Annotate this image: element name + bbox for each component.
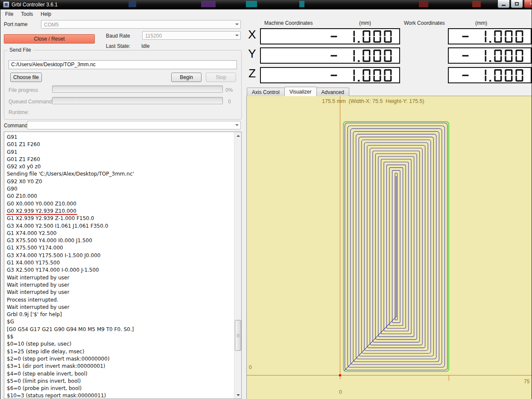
log-line: G3 X4.000 Y2.500 I1.061 J1.061 F350.0 [7,223,234,230]
scroll-thumb[interactable] [235,320,241,351]
log-line: G1 X2.939 Y2.939 Z-1.000 F150.0 [7,215,234,222]
menu-item[interactable]: Tools [17,10,37,18]
tab-axis-control[interactable]: Axis Control [247,88,285,96]
queued-commands-label: Queued Commands [9,99,54,105]
log-line: G91 [7,149,234,156]
close-icon: ✕ [529,1,532,7]
minimize-button[interactable] [497,0,510,8]
log-line: $0=10 (step pulse, usec) [7,340,234,348]
visualizer-dimensions: 175.5 mm (Width-X: 75.5 Height-Y: 175.5) [322,98,424,104]
menu-item[interactable]: File [1,10,17,18]
begin-button[interactable]: Begin [171,73,202,82]
log-line: $5=0 (limit pins invert, bool) [7,378,234,385]
titlebar-artifact [201,1,216,7]
log-lines: G91G01 Z1 F260G91G01 Z1 F260G92 x0 y0 z0… [7,134,234,399]
last-state-label: Last State: [106,43,130,49]
visualizer-canvas[interactable] [247,96,532,399]
log-line: G0 X2.939 Y2.939 Z10.000 [7,208,234,215]
command-combobox[interactable] [27,121,241,129]
menu-item[interactable]: Help [37,10,55,18]
scroll-up-button[interactable] [234,132,242,139]
log-line: Grbl 0.9j ['$' for help] [7,311,234,318]
log-line: G01 Z1 F260 [7,156,234,163]
titlebar-artifact [419,1,428,7]
command-label: Command [4,123,27,129]
log-line: Wait interrupted by user [7,282,234,289]
maximize-button[interactable] [511,0,523,8]
baud-rate-label: Baud Rate [106,33,130,39]
log-scrollbar[interactable] [234,132,241,399]
send-file-group: Send File C:/Users/Alex/Desktop/TOP_3mm.… [4,50,242,120]
chevron-down-icon[interactable] [233,32,240,39]
log-line: $6=0 (probe pin invert, bool) [7,385,234,392]
tab-visualizer[interactable]: Visualizer [284,87,317,96]
log-line: $10=3 (status report mask:00000011) [7,392,234,399]
chevron-down-icon[interactable] [233,121,240,129]
control-panel: Port name COM5 Close / Reset Baud Rate 1… [0,18,244,399]
scroll-down-button[interactable] [234,391,242,399]
log-line: G3 X2.500 Y174.000 I-0.000 J-1.500 [7,267,234,274]
visualizer-pane: 175.5 mm (Width-X: 75.5 Height-Y: 175.5)… [246,96,532,399]
log-line: Wait interrupted by user [7,289,234,296]
log-line: Sending file 'C:/Users/Alex/Desktop/TOP_… [7,170,234,178]
app-icon [3,1,9,8]
log-output[interactable]: G91G01 Z1 F260G91G01 Z1 F260G92 x0 y0 z0… [4,132,242,399]
file-progress-bar [52,85,223,93]
maximize-icon [515,2,519,6]
machine-coordinates-label: Machine Coordinates [264,20,313,26]
titlebar-artifact [129,1,136,7]
log-line: G3 X74.000 Y175.500 I-1.500 J0.000 [7,252,234,259]
axis-origin-x-label: 0 [339,389,342,395]
stop-button[interactable]: Stop [206,73,236,82]
log-line: G01 Z1 F260 [7,141,234,148]
queued-commands-value: 0 [228,99,231,105]
log-line: G0 Z10.000 [7,193,234,200]
machine-y-display [260,47,400,64]
chevron-down-icon[interactable] [233,21,240,28]
tab-bar: Axis ControlVisualizerAdvanced [247,87,349,96]
axis-origin-y-label: 0 [249,364,252,370]
close-reset-button[interactable]: Close / Reset [4,34,95,44]
log-line: $3=1 (dir port invert mask:00000001) [7,363,234,370]
log-line: $4=0 (step enable invert, bool) [7,370,234,378]
minimize-icon [502,5,506,6]
file-progress-label: File progress [9,87,38,93]
baud-rate-combobox[interactable]: 115200 [142,31,241,40]
port-value: COM5 [44,22,59,28]
window-title: Grbl Controller 3.6.1 [12,2,58,8]
choose-file-button[interactable]: Choose file [10,73,42,82]
tab-advanced[interactable]: Advanced [316,88,349,96]
log-line: Wait interrupted by user [7,274,234,282]
menu-bar: FileToolsHelp [0,9,532,18]
machine-z-display [260,67,400,83]
log-line: G92 x0 y0 z0 [7,163,234,170]
log-line: Process interrupted. [7,296,234,304]
runtime-label: Runtime: [9,109,29,115]
log-line: [G0 G54 G17 G21 G90 G94 M0 M5 M9 T0 F0. … [7,326,234,333]
machine-x-display [260,28,400,44]
send-file-group-title: Send File [8,47,33,53]
axis-max-x-label: 75 [524,378,529,384]
status-panel: Machine Coordinates (mm) Work Coordinate… [244,18,532,399]
log-line: $$ [7,333,234,340]
titlebar-artifact [246,1,257,7]
titlebar-artifact [472,1,481,7]
port-name-label: Port name [4,21,27,27]
file-progress-value: 0% [225,87,233,93]
work-x-display [448,28,532,44]
log-line: G3 X75.500 Y4.000 I0.000 J1.500 [7,237,234,244]
log-line: G90 [7,185,234,193]
log-line: $2=0 (step port invert mask:00000000) [7,355,234,363]
port-combobox[interactable]: COM5 [41,20,241,29]
close-button[interactable]: ✕ [524,0,532,8]
work-y-display [448,47,532,64]
work-z-display [448,67,532,83]
app-window: Grbl Controller 3.6.1 ✕ FileToolsHelp Po… [0,0,532,399]
log-line: G92 X0 Y0 Z0 [7,178,234,185]
machine-units-label: (mm) [359,20,371,26]
log-line: G91 [7,134,234,141]
file-path-input[interactable]: C:/Users/Alex/Desktop/TOP_3mm.nc [9,60,237,69]
log-line: $G [7,318,234,326]
titlebar[interactable]: Grbl Controller 3.6.1 ✕ [0,0,532,9]
titlebar-artifact [299,1,304,7]
